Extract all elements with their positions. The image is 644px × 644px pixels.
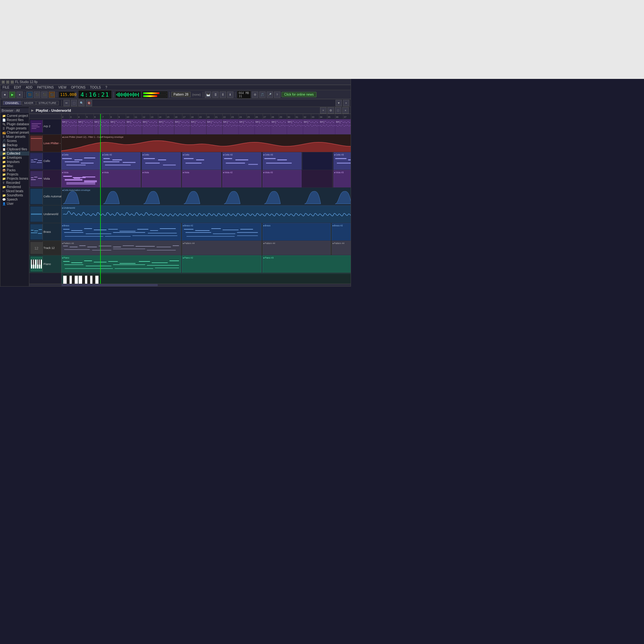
- tab-mixer[interactable]: MIXER: [22, 101, 36, 105]
- menu-tools[interactable]: TOOLS: [89, 86, 102, 89]
- maximize-button[interactable]: □: [11, 81, 14, 84]
- track-label-arp[interactable]: Arp 2: [29, 119, 61, 135]
- playlist-close[interactable]: ×: [342, 107, 349, 114]
- sidebar-item-sliced-beats[interactable]: ✂ Sliced beats: [0, 189, 29, 193]
- svg-rect-309: [136, 246, 155, 247]
- sidebar-item-scores[interactable]: 🎵 Scores: [0, 139, 29, 143]
- tab-channel[interactable]: CHANNEL: [3, 101, 21, 105]
- horizontal-scrollbar[interactable]: [29, 284, 351, 286]
- menu-patterns[interactable]: PATTERNS: [36, 86, 55, 89]
- mode-btn-4[interactable]: ⬛: [49, 91, 55, 98]
- tab-structure[interactable]: STRUCTURE: [36, 101, 59, 105]
- playlist-btn-1[interactable]: +: [320, 107, 327, 114]
- mode-btn-3[interactable]: ⬛: [41, 91, 48, 98]
- midi-icon[interactable]: 🎵: [259, 91, 266, 98]
- svg-text:14: 14: [159, 116, 161, 118]
- track-row-brass[interactable]: ▸Brass: [62, 223, 351, 241]
- track-content[interactable]: // will be done in JS 234567891011121314…: [62, 114, 351, 284]
- window-close-btn[interactable]: ×: [343, 100, 349, 106]
- zoom-tool[interactable]: 🔍: [78, 100, 85, 106]
- track-label-viola[interactable]: Viola: [29, 170, 61, 188]
- menu-file[interactable]: FILE: [2, 86, 10, 89]
- track-label-love-philter[interactable]: Love Philter - Cutoff frequency: [29, 135, 61, 152]
- track-label-cello[interactable]: Cello: [29, 152, 61, 170]
- track-label-brass[interactable]: Brass: [29, 223, 61, 241]
- sidebar-item-packs[interactable]: 📦 Packs: [0, 168, 29, 172]
- sidebar-item-plugin-database[interactable]: 🔌 Plugin database: [0, 122, 29, 126]
- close-button[interactable]: ×: [2, 81, 5, 84]
- sidebar-item-collected[interactable]: 📁 Collected: [0, 151, 29, 156]
- svg-rect-283: [195, 230, 210, 231]
- sidebar-icon-misc: 📁: [2, 165, 6, 168]
- playlist-expand[interactable]: □: [335, 107, 341, 114]
- draw-tool[interactable]: ✏: [63, 100, 70, 106]
- track-row-cello-auto[interactable]: ●Cello Automation envelope: [62, 188, 351, 205]
- cpu-icon[interactable]: ⚙: [252, 91, 258, 98]
- sidebar-item-channel-presets[interactable]: 📻 Channel presets: [0, 130, 29, 135]
- record-button[interactable]: ●: [16, 91, 23, 98]
- svg-rect-311: [173, 245, 179, 246]
- sidebar-item-current-project[interactable]: 📁 Current project: [0, 114, 29, 118]
- sidebar-item-user[interactable]: 👤 User: [0, 202, 29, 206]
- sidebar-item-mixer-presets[interactable]: 🎚 Mixer presets: [0, 135, 29, 139]
- sidebar-icon-projects-bones: 📁: [2, 177, 6, 180]
- sidebar-item-speech[interactable]: 💬 Speech: [0, 197, 29, 202]
- sidebar-item-backup[interactable]: 💾 Backup: [0, 143, 29, 147]
- mode-btn-2[interactable]: ⬛: [34, 91, 40, 98]
- minimize-button[interactable]: −: [6, 81, 9, 84]
- menu-edit[interactable]: EDIT: [13, 86, 22, 89]
- help-icon[interactable]: ?: [274, 91, 280, 98]
- track-row-arp[interactable]: Arp 2: [62, 119, 351, 135]
- sidebar-item-recorded[interactable]: 🎙 Recorded: [0, 181, 29, 185]
- track-row-cello[interactable]: ▸Cello ▸Cello #2: [62, 152, 351, 170]
- playlist-icon: ▶: [31, 109, 34, 112]
- sidebar-item-recent-files[interactable]: 📄 Recent files: [0, 118, 29, 122]
- sidebar-item-envelopes[interactable]: 📁 Envelopes: [0, 156, 29, 160]
- mute-tool[interactable]: 🔇: [86, 100, 92, 106]
- tool-btn-3[interactable]: 🎚: [220, 91, 226, 98]
- menu-view[interactable]: VIEW: [57, 86, 68, 89]
- track-label-cello-auto[interactable]: Cello Automation: [29, 188, 61, 205]
- svg-rect-177: [62, 158, 72, 159]
- track12-thumbnail: 12: [30, 241, 43, 254]
- menu-add[interactable]: ADD: [25, 86, 33, 89]
- track-row-love-philter[interactable]: ●Love Philter (Insert 12) - Filter 1 - C…: [62, 135, 351, 152]
- playlist-btn-2[interactable]: ⚙: [327, 107, 334, 114]
- scroll-thumb-h[interactable]: [62, 284, 158, 286]
- tool-btn-2[interactable]: 🎛: [212, 91, 219, 98]
- svg-rect-50: [35, 260, 36, 269]
- underworld-thumbnail: [30, 206, 43, 222]
- tool-btn-4[interactable]: ⬇: [227, 91, 233, 98]
- mode-btn-1[interactable]: ⬛: [26, 91, 33, 98]
- sidebar-item-soundfonts[interactable]: 📁 Soundfonts: [0, 193, 29, 197]
- sidebar-item-clipboard-files[interactable]: 📋 Clipboard files: [0, 147, 29, 151]
- bpm-display[interactable]: 115.000: [59, 91, 75, 98]
- sidebar-item-projects[interactable]: 📁 Projects: [0, 172, 29, 176]
- play-button[interactable]: ▶: [9, 91, 15, 98]
- svg-rect-205: [226, 163, 245, 164]
- sidebar-icon-backup: 💾: [2, 144, 6, 147]
- track-label-underworld[interactable]: Underworld: [29, 205, 61, 223]
- svg-rect-335: [152, 262, 168, 263]
- track-row-piano[interactable]: ▸Piano: [62, 255, 351, 273]
- pattern-display[interactable]: Pattern 28: [171, 92, 191, 97]
- tool-btn-1[interactable]: 🎹: [205, 91, 211, 98]
- audio-icon[interactable]: 🎤: [267, 91, 273, 98]
- select-tool[interactable]: ⬚: [71, 100, 77, 106]
- collapse-btn[interactable]: ▼: [336, 100, 342, 106]
- menu-help[interactable]: ?: [104, 86, 108, 89]
- sidebar-item-impulses[interactable]: 📁 Impulses: [0, 160, 29, 164]
- news-button[interactable]: Click for online news: [281, 92, 317, 97]
- track-label-track12[interactable]: 12 Track 12: [29, 241, 61, 255]
- sidebar-item-rendered[interactable]: 📁 Rendered: [0, 185, 29, 189]
- track-label-piano[interactable]: Piano: [29, 255, 61, 273]
- cello-auto-name: Cello Automation: [43, 195, 62, 198]
- sidebar-item-projects-bones[interactable]: 📁 Projects bones: [0, 176, 29, 181]
- menu-options[interactable]: OPTIONS: [70, 86, 86, 89]
- track-row-track12[interactable]: ▸Pattern 44: [62, 241, 351, 255]
- track-row-underworld[interactable]: ▸Underworld: [62, 205, 351, 223]
- stop-button[interactable]: ■: [2, 91, 8, 98]
- track-row-viola[interactable]: ▸Viola ▸Viola ▸Viola: [62, 170, 351, 188]
- sidebar-item-misc[interactable]: 📁 Misc: [0, 164, 29, 168]
- sidebar-item-plugin-presets[interactable]: 🎛 Plugin presets: [0, 126, 29, 130]
